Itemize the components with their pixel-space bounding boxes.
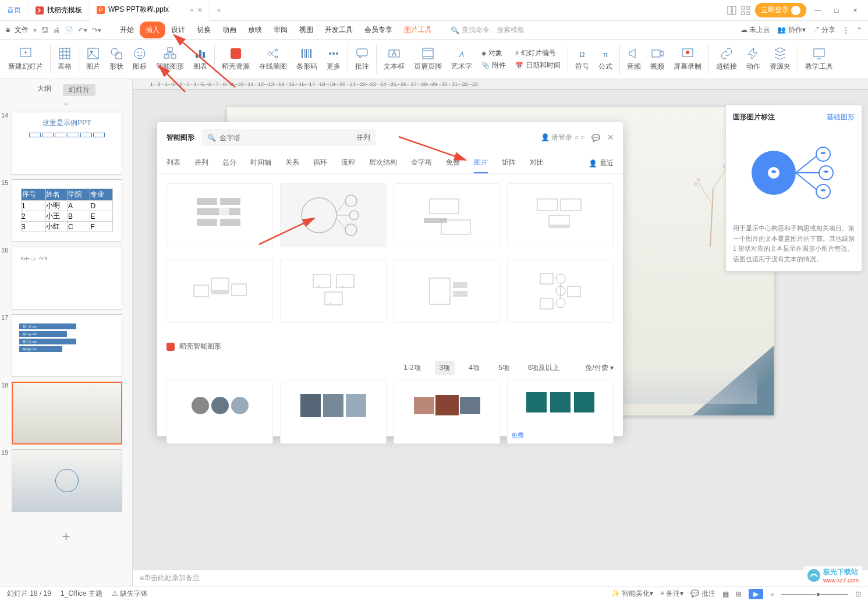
share-button[interactable]: ↗ 分享 xyxy=(813,25,835,35)
layout-icon[interactable] xyxy=(727,6,736,15)
menu-tab-view[interactable]: 视图 xyxy=(293,22,319,38)
outline-tab[interactable]: 大纲 xyxy=(37,84,51,96)
slide-thumb-16[interactable]: 16f(x)=... ∫... √x² Σ xyxy=(12,247,121,310)
ribbon-more[interactable]: 更多 xyxy=(322,44,345,74)
filter-3[interactable]: 3项 xyxy=(435,361,455,375)
add-slide-button[interactable]: + xyxy=(0,517,132,556)
ribbon-docer[interactable]: 稻壳资源 xyxy=(217,44,254,74)
tab-home[interactable]: 首页 xyxy=(0,0,29,21)
view-sorter-icon[interactable]: ⊞ xyxy=(736,590,742,598)
status-theme[interactable]: 1_Office 主题 xyxy=(61,589,102,599)
close-button[interactable]: × xyxy=(848,3,862,17)
ribbon-icon[interactable]: 图标 xyxy=(128,44,151,74)
undo-icon[interactable]: ↶▾ xyxy=(78,26,87,34)
minimize-button[interactable]: — xyxy=(811,3,825,17)
tab-template[interactable]: 找稻壳模板 xyxy=(29,0,90,21)
sa-tab-total[interactable]: 总分 xyxy=(222,153,236,173)
ribbon-shape[interactable]: 形状 xyxy=(105,44,128,74)
ribbon-slide-number[interactable]: # 幻灯片编号 xyxy=(515,48,561,58)
docer-template-item[interactable]: 免费 xyxy=(507,380,614,444)
tab-add[interactable]: + xyxy=(210,0,228,21)
zoom-slider[interactable]: —————●———— xyxy=(781,590,848,598)
ribbon-comment[interactable]: 批注 xyxy=(350,44,374,74)
more-icon[interactable]: ⋮ xyxy=(842,26,849,34)
ribbon-textbox[interactable]: A文本框 xyxy=(379,44,409,74)
menu-tab-slideshow[interactable]: 放映 xyxy=(242,22,268,38)
print-icon[interactable]: 🖨 xyxy=(53,26,60,34)
sa-tab-hierarchy[interactable]: 层次结构 xyxy=(369,153,397,173)
sa-template-item[interactable] xyxy=(166,183,273,247)
ribbon-symbol[interactable]: Ω符号 xyxy=(571,44,594,74)
menu-tab-review[interactable]: 审阅 xyxy=(268,22,293,38)
sa-tab-compare[interactable]: 对比 xyxy=(530,153,544,173)
notes-bar[interactable]: ≡ 单击此处添加备注 xyxy=(133,570,868,586)
redo-icon[interactable]: ↷▾ xyxy=(92,26,101,34)
sa-template-item[interactable] xyxy=(166,259,273,323)
menu-tab-transition[interactable]: 切换 xyxy=(191,22,217,38)
command-search[interactable]: 🔍 查找命令、搜索模板 xyxy=(451,25,525,35)
status-font[interactable]: ⚠ 缺失字体 xyxy=(112,589,148,599)
sa-tab-timeline[interactable]: 时间轴 xyxy=(250,153,271,173)
view-play-icon[interactable]: ▶ xyxy=(749,589,763,599)
tab-file-active[interactable]: P WPS PPT教程.pptx ● × xyxy=(90,0,210,21)
preview-icon[interactable]: 📄 xyxy=(65,26,73,34)
ribbon-header-footer[interactable]: 页眉页脚 xyxy=(409,44,447,74)
sa-template-item-hover[interactable]: ☝ xyxy=(280,183,387,247)
ribbon-table[interactable]: 表格 xyxy=(53,44,76,74)
sa-recent[interactable]: 👤 最近 xyxy=(589,153,614,173)
cloud-status[interactable]: ☁ 未上云 xyxy=(741,25,770,35)
docer-template-item[interactable] xyxy=(166,380,273,444)
menu-tab-design[interactable]: 设计 xyxy=(165,22,191,38)
slide-thumb-18[interactable]: 18 xyxy=(12,382,121,444)
login-button[interactable]: 立即登录 xyxy=(755,3,806,17)
docer-template-item[interactable] xyxy=(394,380,500,444)
slide-thumb-19[interactable]: 19 xyxy=(12,449,121,512)
collapse-icon[interactable]: ⌃ xyxy=(856,26,862,34)
sa-tab-process[interactable]: 流程 xyxy=(341,153,355,173)
view-reading-icon[interactable]: ⟐ xyxy=(770,590,774,598)
maximize-button[interactable]: □ xyxy=(830,3,844,17)
sa-tab-cycle[interactable]: 循环 xyxy=(313,153,327,173)
ribbon-barcode[interactable]: 条形码 xyxy=(292,44,322,74)
ribbon-equation[interactable]: π公式 xyxy=(594,44,617,74)
sa-template-item[interactable] xyxy=(394,259,500,323)
ribbon-audio[interactable]: 音频 xyxy=(622,44,646,74)
sa-tab-list[interactable]: 列表 xyxy=(166,153,180,173)
menu-tab-devtools[interactable]: 开发工具 xyxy=(319,22,359,38)
filter-4[interactable]: 4项 xyxy=(464,361,484,375)
dialog-feedback-icon[interactable]: 💬 xyxy=(591,134,600,142)
zoom-fit-icon[interactable]: ⊡ xyxy=(855,590,861,598)
sa-tab-matrix[interactable]: 矩阵 xyxy=(502,153,516,173)
slides-tab[interactable]: 幻灯片 xyxy=(63,84,95,96)
dialog-search[interactable]: 🔍 并列 xyxy=(201,129,376,146)
sa-template-item[interactable] xyxy=(280,259,387,323)
docer-template-item[interactable] xyxy=(280,380,387,444)
file-menu[interactable]: 文件 xyxy=(15,25,29,35)
ribbon-new-slide[interactable]: 新建幻灯片 xyxy=(3,44,48,74)
status-comment[interactable]: 💬 批注 xyxy=(690,589,715,599)
sa-template-item[interactable] xyxy=(507,259,614,323)
status-beautify[interactable]: ✨ 智能美化▾ xyxy=(611,589,653,599)
menu-tab-member[interactable]: 会员专享 xyxy=(359,22,398,38)
search-input[interactable] xyxy=(219,134,353,142)
status-notes[interactable]: ≡ 备注▾ xyxy=(660,589,683,599)
filter-pay[interactable]: 免/付费 ▾ xyxy=(585,363,614,373)
slide-thumb-14[interactable]: 14这里是示例PPT xyxy=(12,112,121,175)
sa-tab-picture[interactable]: 图片 xyxy=(474,153,488,173)
grid-icon[interactable] xyxy=(741,6,750,15)
ribbon-video[interactable]: 视频 xyxy=(646,44,669,74)
ribbon-smartart[interactable]: 智能图形 xyxy=(151,44,189,74)
ribbon-action[interactable]: 动作 xyxy=(742,44,765,74)
sa-tab-relation[interactable]: 关系 xyxy=(285,153,299,173)
ribbon-wordart[interactable]: A艺术字 xyxy=(447,44,477,74)
sa-tab-parallel[interactable]: 并列 xyxy=(194,153,208,173)
ribbon-mindmap[interactable]: 在线脑图 xyxy=(254,44,292,74)
menu-tab-start[interactable]: 开始 xyxy=(114,22,140,38)
menu-icon[interactable]: ≡ xyxy=(6,26,10,34)
coop-button[interactable]: 👥 协作▾ xyxy=(777,25,805,35)
save-icon[interactable]: 🖫 xyxy=(41,26,48,34)
dialog-login[interactable]: 👤 请登录 ○ ○ xyxy=(541,133,585,143)
ribbon-hyperlink[interactable]: 超链接 xyxy=(711,44,742,74)
sa-tab-pyramid[interactable]: 金字塔 xyxy=(411,153,432,173)
filter-1-2[interactable]: 1-2项 xyxy=(399,361,425,375)
